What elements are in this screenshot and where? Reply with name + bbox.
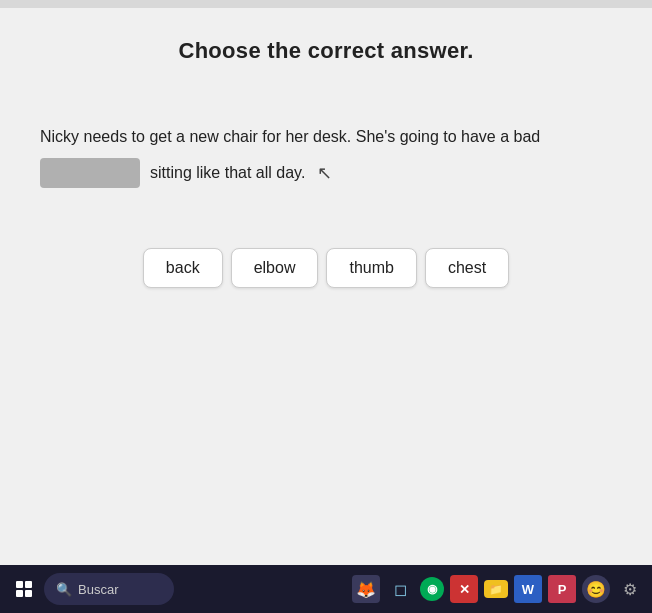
- page-title: Choose the correct answer.: [40, 38, 612, 64]
- taskbar-settings-icon[interactable]: ⚙: [616, 575, 644, 603]
- windows-logo-icon: [16, 581, 32, 597]
- taskbar-search[interactable]: 🔍 Buscar: [44, 573, 174, 605]
- main-content: Choose the correct answer. Nicky needs t…: [0, 8, 652, 565]
- start-button[interactable]: [8, 573, 40, 605]
- taskbar-window-icon[interactable]: ◻: [386, 575, 414, 603]
- taskbar-word-icon[interactable]: W: [514, 575, 542, 603]
- taskbar-x-icon[interactable]: ✕: [450, 575, 478, 603]
- question-line1: Nicky needs to get a new chair for her d…: [40, 124, 612, 150]
- cursor-icon: ↖: [317, 162, 332, 184]
- taskbar-powerpoint-icon[interactable]: P: [548, 575, 576, 603]
- answer-elbow[interactable]: elbow: [231, 248, 319, 288]
- taskbar-system-icons: 🦊 ◻ ◉ ✕ 📁 W P 😊 ⚙: [352, 575, 644, 603]
- search-icon: 🔍: [56, 582, 72, 597]
- top-bar: [0, 0, 652, 8]
- question-line2-text: sitting like that all day.: [150, 164, 305, 182]
- search-label: Buscar: [78, 582, 118, 597]
- taskbar: 🔍 Buscar 🦊 ◻ ◉ ✕ 📁 W P 😊 ⚙: [0, 565, 652, 613]
- taskbar-circle-icon[interactable]: ◉: [420, 577, 444, 601]
- taskbar-face-icon[interactable]: 😊: [582, 575, 610, 603]
- answer-back[interactable]: back: [143, 248, 223, 288]
- taskbar-folder-icon[interactable]: 📁: [484, 580, 508, 598]
- answer-buttons-container: back elbow thumb chest: [40, 248, 612, 288]
- taskbar-animal-icon[interactable]: 🦊: [352, 575, 380, 603]
- answer-chest[interactable]: chest: [425, 248, 509, 288]
- question-line2: sitting like that all day. ↖: [40, 158, 612, 188]
- answer-blank: [40, 158, 140, 188]
- answer-thumb[interactable]: thumb: [326, 248, 416, 288]
